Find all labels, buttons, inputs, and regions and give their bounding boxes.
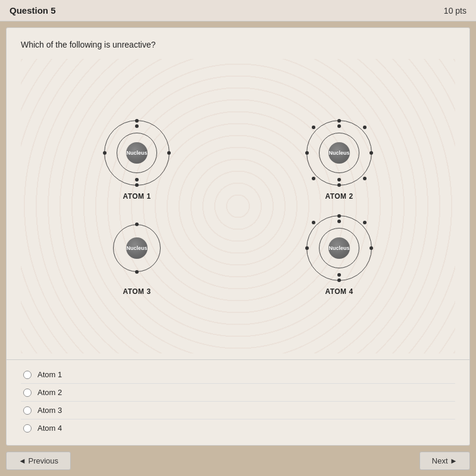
- option-atom1[interactable]: Atom 1: [21, 366, 455, 384]
- radio-atom4[interactable]: [23, 424, 32, 433]
- option-atom4-label: Atom 4: [37, 424, 62, 433]
- atom2-nucleus: Nucleus: [328, 142, 350, 164]
- atom1-electron: [135, 119, 139, 123]
- main-content: Which of the following is unreactive? Nu…: [6, 27, 470, 446]
- atom3-electron: [135, 270, 139, 274]
- atoms-section: Nucleus ATOM 1: [21, 59, 455, 353]
- atom2-electron: [363, 126, 367, 129]
- question-area: Which of the following is unreactive? Nu…: [7, 28, 469, 359]
- atom4-electron: [337, 220, 341, 223]
- atom2-electron: [337, 183, 341, 187]
- atom4-electron: [369, 246, 373, 250]
- next-button[interactable]: Next ►: [419, 452, 470, 470]
- atom4-electron: [363, 221, 367, 224]
- atom2-diagram: Nucleus: [303, 117, 375, 189]
- atom2-electron: [337, 119, 341, 123]
- atom4-electron: [305, 246, 309, 250]
- question-header: Question 5 10 pts: [0, 0, 476, 21]
- option-atom2-label: Atom 2: [37, 388, 62, 397]
- question-title: Question 5: [10, 5, 56, 15]
- atom1-nucleus: Nucleus: [126, 142, 148, 164]
- atom3-label: ATOM 3: [123, 287, 151, 296]
- atom2-electron: [312, 126, 315, 129]
- atom4-label: ATOM 4: [325, 287, 353, 296]
- option-atom3[interactable]: Atom 3: [21, 402, 455, 419]
- option-atom2[interactable]: Atom 2: [21, 384, 455, 402]
- atom4-electron: [337, 214, 341, 218]
- atoms-grid: Nucleus ATOM 1: [21, 117, 455, 296]
- atom3-electron: [135, 223, 139, 226]
- atom3-diagram: Nucleus: [101, 212, 173, 284]
- atom4-electron: [337, 273, 341, 277]
- question-text: Which of the following is unreactive?: [21, 40, 455, 49]
- atom4-electron: [337, 278, 341, 282]
- radio-atom1[interactable]: [23, 371, 32, 379]
- atom2-electron: [363, 177, 367, 180]
- atom1-electron: [135, 183, 139, 187]
- atom2-electron: [337, 124, 341, 128]
- atom1-electron: [103, 151, 107, 155]
- option-atom4[interactable]: Atom 4: [21, 419, 455, 437]
- atom4-electron: [312, 221, 315, 224]
- atom4-container: Nucleus ATOM 4: [303, 212, 375, 296]
- options-area: Atom 1 Atom 2 Atom 3 Atom 4: [7, 360, 469, 445]
- atom4-diagram: Nucleus: [303, 212, 375, 284]
- points-label: 10 pts: [444, 6, 466, 15]
- previous-button[interactable]: ◄ Previous: [6, 452, 71, 470]
- atom1-container: Nucleus ATOM 1: [101, 117, 173, 201]
- atom2-container: Nucleus ATOM 2: [303, 117, 375, 201]
- atom3-container: Nucleus ATOM 3: [101, 212, 173, 296]
- atom2-label: ATOM 2: [325, 192, 353, 201]
- option-atom3-label: Atom 3: [37, 406, 62, 415]
- atom2-electron: [305, 151, 309, 155]
- atom2-electron: [312, 177, 315, 180]
- atom1-diagram: Nucleus: [101, 117, 173, 189]
- atom1-electron: [167, 151, 171, 155]
- atom2-electron: [369, 151, 373, 155]
- radio-atom2[interactable]: [23, 389, 32, 397]
- footer-bar: ◄ Previous Next ►: [0, 446, 476, 476]
- radio-atom3[interactable]: [23, 406, 32, 415]
- atom4-nucleus: Nucleus: [328, 237, 350, 259]
- option-atom1-label: Atom 1: [37, 370, 62, 379]
- atom1-electron: [135, 178, 139, 181]
- atom1-label: ATOM 1: [123, 192, 151, 201]
- atom2-electron: [337, 178, 341, 181]
- atom3-nucleus: Nucleus: [126, 237, 148, 259]
- atom1-electron: [135, 124, 139, 128]
